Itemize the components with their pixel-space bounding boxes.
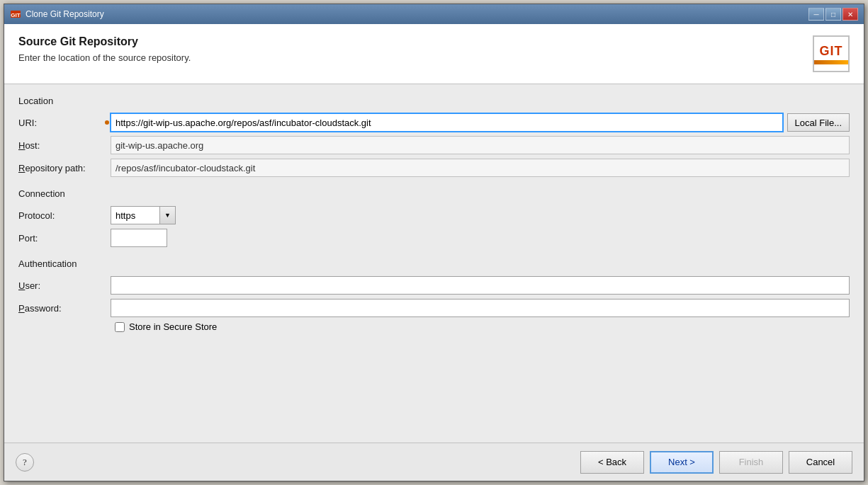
uri-label: URI: <box>18 118 111 128</box>
password-field <box>111 299 850 317</box>
git-logo-text: GIT <box>820 44 843 59</box>
host-label: Host: <box>18 140 111 151</box>
user-row: User: <box>18 276 850 295</box>
port-input[interactable] <box>111 229 167 247</box>
repo-path-value: /repos/asf/incubator-cloudstack.git <box>111 159 850 177</box>
git-logo-bar <box>814 60 848 64</box>
help-button[interactable]: ? <box>16 453 34 472</box>
port-row: Port: <box>18 229 850 247</box>
secure-store-checkbox[interactable] <box>115 322 125 332</box>
user-field <box>111 276 850 295</box>
password-label: Password: <box>18 303 111 314</box>
authentication-label: Authentication <box>18 258 850 269</box>
protocol-field: https ▼ <box>111 206 850 224</box>
location-group: Location URI: Local File... <box>18 96 850 177</box>
user-input[interactable] <box>111 276 850 295</box>
port-label: Port: <box>18 233 111 244</box>
page-title: Source Git Repository <box>18 35 191 48</box>
minimize-button[interactable]: ─ <box>808 8 824 21</box>
repo-path-field: /repos/asf/incubator-cloudstack.git <box>111 159 850 177</box>
host-value: git-wip-us.apache.org <box>111 136 850 154</box>
uri-field: Local File... <box>111 113 850 132</box>
clone-git-dialog: GIT Clone Git Repository ─ □ ✕ Source Gi… <box>4 4 864 481</box>
uri-input[interactable] <box>111 113 783 132</box>
next-button[interactable]: Next > <box>650 451 714 474</box>
repo-path-row: Repository path: /repos/asf/incubator-cl… <box>18 159 850 177</box>
git-logo: GIT <box>813 35 850 72</box>
secure-store-row: Store in Secure Store <box>18 321 850 332</box>
secure-store-label: Store in Secure Store <box>129 321 217 332</box>
svg-text:GIT: GIT <box>11 12 20 18</box>
connection-group: Connection Protocol: https ▼ <box>18 188 850 247</box>
window-icon: GIT <box>10 8 21 20</box>
footer-right: < Back Next > Finish Cancel <box>580 451 852 474</box>
host-row: Host: git-wip-us.apache.org <box>18 136 850 154</box>
host-field: git-wip-us.apache.org <box>111 136 850 154</box>
protocol-label: Protocol: <box>18 210 111 221</box>
protocol-value: https <box>111 206 160 224</box>
title-bar: GIT Clone Git Repository ─ □ ✕ <box>4 4 864 24</box>
window-title: Clone Git Repository <box>26 9 104 19</box>
cancel-button[interactable]: Cancel <box>789 451 852 474</box>
user-label: User: <box>18 280 111 291</box>
connection-label: Connection <box>18 188 850 199</box>
protocol-select-wrap: https ▼ <box>111 206 176 224</box>
footer: ? < Back Next > Finish Cancel <box>4 443 864 481</box>
password-row: Password: <box>18 299 850 317</box>
page-description: Enter the location of the source reposit… <box>18 52 191 63</box>
finish-button[interactable]: Finish <box>719 451 783 474</box>
uri-indicator <box>105 120 109 125</box>
repo-path-label: Repository path: <box>18 163 111 173</box>
maximize-button[interactable]: □ <box>825 8 841 21</box>
close-button[interactable]: ✕ <box>842 8 858 21</box>
header-text: Source Git Repository Enter the location… <box>18 35 191 63</box>
uri-input-wrap <box>111 113 783 132</box>
uri-row: URI: Local File... <box>18 113 850 132</box>
location-label: Location <box>18 96 850 106</box>
content-area: Source Git Repository Enter the location… <box>4 24 864 481</box>
local-file-button[interactable]: Local File... <box>787 113 850 132</box>
authentication-group: Authentication User: Password: <box>18 258 850 332</box>
back-button[interactable]: < Back <box>580 451 644 474</box>
protocol-row: Protocol: https ▼ <box>18 206 850 224</box>
title-bar-controls: ─ □ ✕ <box>808 8 858 21</box>
main-section: Location URI: Local File... <box>4 84 864 443</box>
protocol-dropdown-arrow[interactable]: ▼ <box>160 206 176 224</box>
port-field <box>111 229 850 247</box>
footer-left: ? <box>16 453 34 472</box>
password-input[interactable] <box>111 299 850 317</box>
header-section: Source Git Repository Enter the location… <box>4 24 864 84</box>
title-bar-left: GIT Clone Git Repository <box>10 8 104 20</box>
